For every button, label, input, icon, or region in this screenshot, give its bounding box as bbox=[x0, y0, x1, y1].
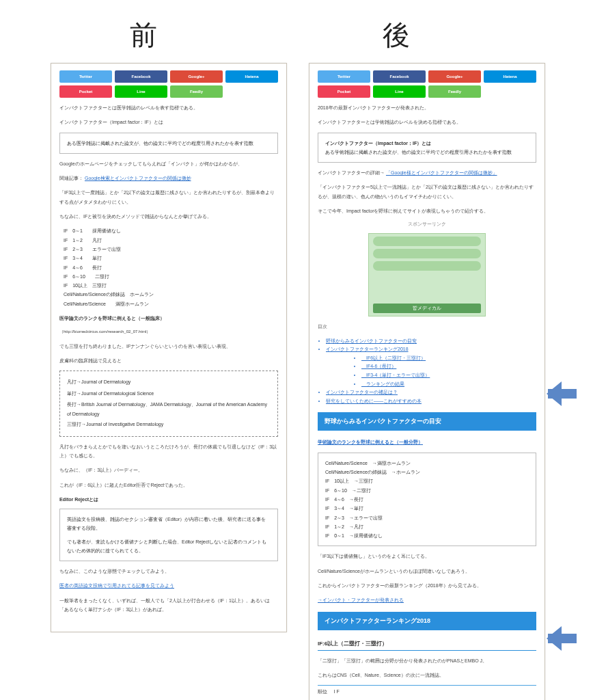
foot-text-1: ちなみに、このような形態でチェックしてみよう。 bbox=[59, 567, 278, 576]
intro-text-1: 2018年の最新インパクトファクターが発表された。 bbox=[318, 103, 536, 112]
skin-text: 皮膚科の臨床雑誌で見えると bbox=[59, 356, 278, 365]
baseball-bold: 医学論文のランクを野球に例えると（一般臨床） bbox=[59, 314, 278, 323]
rank-row: IF 1～2 →凡打 bbox=[325, 522, 529, 531]
next-text: これからインパクトファクターの最新ランキング（2018年）から見てみる。 bbox=[318, 581, 536, 590]
section-heading-2: インパクトファクターランキング2018 bbox=[318, 612, 536, 630]
toc-subitem[interactable]: ランキングの結果 bbox=[361, 380, 536, 389]
section-heading-1: 野球からみるインパクトファクターの目安 bbox=[318, 412, 536, 431]
toc-item[interactable]: インパクトファクターの補足は？ bbox=[326, 388, 536, 397]
before-panel: Twitter Facebook Google+ Hatena Pocket L… bbox=[51, 63, 287, 632]
if-text: 「IF3以上で一度雑誌」とか「2以下の論文は履歴に残さない」とか言われたりするが… bbox=[59, 188, 278, 206]
google-button[interactable]: Google+ bbox=[170, 70, 223, 83]
if-row: IF 6～10 二塁打 bbox=[64, 272, 278, 281]
label-after: 後 bbox=[383, 16, 410, 54]
sub-heading: IF:6以上（二塁打・三塁打） bbox=[318, 637, 536, 651]
toc-item[interactable]: インパクトファクターランキング2018 IF6以上（二塁打・三塁打） IF4-6… bbox=[326, 345, 536, 388]
rank-row: IF 3～4 →単打 bbox=[325, 504, 529, 513]
share-row-1: Twitter Facebook Google+ Hatena bbox=[59, 70, 278, 83]
after-panel: Twitter Facebook Google+ Hatena Pocket L… bbox=[309, 63, 545, 700]
note-2: Cell/Nature/Scienceがホームランというのもほぼ間違いなしであろ… bbox=[318, 567, 536, 576]
rank-row: IF 6～10 →二塁打 bbox=[325, 486, 529, 495]
intro-text-1: インパクトファクターとは医学雑誌のレベルを表す指標である。 bbox=[59, 103, 278, 112]
jid-text: ちなみに、（IF：3以上）バーディー。 bbox=[59, 466, 278, 474]
share-row-2: Pocket Line Feedly bbox=[318, 85, 536, 98]
line-button[interactable]: Line bbox=[115, 85, 167, 98]
journal-row: 単打→Journal of Dermatological Science bbox=[67, 388, 271, 400]
journal-row: 三塁打→Journal of Investigative Dermatology bbox=[67, 419, 271, 431]
so-text: そこで今年、Impact factorを野球に例えてサイトが表現しちゃうので紹介… bbox=[318, 206, 536, 215]
editor-reject-box: 英語論文を投稿後、雑誌のセクション審査省（Editor）が内容に着いた後、研究者… bbox=[59, 509, 278, 561]
toc-item[interactable]: 研究をしていくために――これがすすめの本 bbox=[326, 397, 536, 406]
toc-list: 野球からみるインパクトファクターの目安 インパクトファクターランキング2018 … bbox=[326, 337, 536, 406]
toc-subitem[interactable]: IF4-6（長打） bbox=[361, 362, 536, 371]
last-2: これらはCNS（Cell、Nature、Science）の次に一流雑誌。 bbox=[318, 671, 536, 679]
if-row: Cell/Nature/Scienceの姉妹誌 ホームラン bbox=[64, 290, 278, 299]
hatena-button[interactable]: Hatena bbox=[225, 70, 278, 83]
if-row: IF 1～2 凡打 bbox=[64, 236, 278, 245]
if-row: Cell/Nature/Science 満塁ホームラン bbox=[64, 299, 278, 308]
rank-caption: 学術論文のランクを野球に例えると（一般分野） bbox=[318, 438, 536, 446]
rank-row: Cell/Nature/Scienceの姉妹誌 →ホームラン bbox=[325, 468, 529, 476]
facebook-button[interactable]: Facebook bbox=[115, 70, 167, 83]
toc-subitem[interactable]: IF6以上（二塁打・三塁打） bbox=[361, 354, 536, 363]
intro-text-2: インパクトファクター（Impact factor：IF）とは bbox=[59, 118, 278, 126]
twitter-button[interactable]: Twitter bbox=[318, 70, 370, 83]
if-row: IF 2～3 エラーで出塁 bbox=[64, 245, 278, 254]
journal-row: 凡打→Journal of Dermatology bbox=[67, 377, 271, 388]
definition-box: インパクトファクター（Impact factor：IF）とは ある学術雑誌に掲載… bbox=[318, 133, 536, 163]
pocket-button[interactable]: Pocket bbox=[59, 85, 112, 98]
share-row-2: Pocket Line Feedly bbox=[59, 85, 278, 98]
pocket-button[interactable]: Pocket bbox=[318, 85, 370, 98]
hit2-text: 凡打をバラまらえとかでもを違いなおいうところだけろうが、長打の体裁でも引退しなけ… bbox=[59, 442, 278, 461]
line-button[interactable]: Line bbox=[373, 85, 426, 98]
foot-link[interactable]: 医者の英語論文投稿で引用されてる記事を見てみよう bbox=[59, 583, 174, 588]
if-row: IF 0～1 採用価値なし bbox=[64, 226, 278, 235]
if-text: 「インパクトファクター5以上で一流雑誌」とか「2以下の論文は履歴に残さない」とか… bbox=[318, 183, 536, 201]
toc-item[interactable]: 野球からみるインパクトファクターの目安 bbox=[326, 337, 536, 346]
rank-row: IF 0～1 →採用価値なし bbox=[325, 531, 529, 540]
table-header: 順位 I F bbox=[318, 685, 536, 695]
ad-label: 皆メディカル bbox=[373, 304, 481, 313]
if-row: IF 4～6 長打 bbox=[64, 263, 278, 272]
definition-box: ある医学雑誌に掲載された論文が、他の論文に平均でどの程度引用されたかを表す指数 bbox=[59, 133, 278, 154]
journal-box: 凡打→Journal of Dermatology 単打→Journal of … bbox=[59, 371, 278, 436]
next-link[interactable]: →インパクト・ファクターが発表される bbox=[318, 597, 404, 602]
intro-text-2: インパクトファクターとは学術雑誌のレベルを決める指標である。 bbox=[318, 118, 536, 126]
rank-row: Cell/Nature/Science →満塁ホームラン bbox=[325, 459, 529, 468]
feedly-button[interactable]: Feedly bbox=[170, 85, 223, 98]
if-row: IF 3～4 単打 bbox=[64, 254, 278, 262]
ad-banner[interactable]: 皆メディカル bbox=[368, 233, 486, 317]
rank-row: IF 2～3 →エラーで出塁 bbox=[325, 513, 529, 522]
related-link[interactable]: Google検索とインパクトファクターの関係は微妙 bbox=[85, 176, 191, 180]
note-1: 「IF3以下は価値無し」というのをよく耳にしてる。 bbox=[318, 552, 536, 561]
arrow-indicator-1 bbox=[548, 381, 592, 406]
google-text: Googleのホームページをチェックしてもらえれば「インパクト」が何かはわかるが… bbox=[59, 159, 278, 168]
source-url: （http://biomedcircus.com/research_02_07.… bbox=[59, 328, 278, 336]
rank-row: IF 10以上 →三塁打 bbox=[325, 476, 529, 485]
more-link[interactable]: 「Google様とインパクトファクターの関係は微妙」 bbox=[386, 170, 497, 175]
facebook-button[interactable]: Facebook bbox=[373, 70, 426, 83]
label-before: 前 bbox=[130, 16, 157, 54]
toc-subitem[interactable]: IF3-4（単打・エラーで出塁） bbox=[361, 371, 536, 380]
editor-reject-title: Editor Rejectとは bbox=[59, 496, 278, 503]
jid2-text: これが（IF：6以上）に超えたEditor拒否でRejectであった。 bbox=[59, 481, 278, 489]
last-1: 「二塁打」「三塁打」の範囲は分野が分かり発表されたのがPNASとEMBO J。 bbox=[318, 656, 536, 665]
hit-text: でも三塁を打ち終わりました。IFナンナンぐらいというのを言い表現しい表現、 bbox=[59, 342, 278, 351]
memo-text: ちなみに、IFと被引を決めたメソッドで雑誌からなんとか挙げてみる。 bbox=[59, 212, 278, 221]
toc-title: 目次 bbox=[318, 322, 536, 331]
more-row: インパクトファクターの詳細→ 「Google様とインパクトファクターの関係は微妙… bbox=[318, 168, 536, 177]
google-button[interactable]: Google+ bbox=[428, 70, 481, 83]
foot-text-2: 一般筆者をまったくなく、いずれば、一般人でも「2人以上が打合わせる（IF：1以上… bbox=[59, 596, 278, 615]
if-row: IF 10以上 三塁打 bbox=[64, 281, 278, 290]
hatena-button[interactable]: Hatena bbox=[484, 70, 536, 83]
share-row-1: Twitter Facebook Google+ Hatena bbox=[318, 70, 536, 83]
related-link-row: 関連記事： Google検索とインパクトファクターの関係は微妙 bbox=[59, 174, 278, 183]
twitter-button[interactable]: Twitter bbox=[59, 70, 112, 83]
arrow-indicator-2 bbox=[548, 626, 592, 651]
feedly-button[interactable]: Feedly bbox=[428, 85, 481, 98]
rank-row: IF 4～6 →長打 bbox=[325, 495, 529, 504]
journal-row: 長打→British Journal of Dermatology、JAMA D… bbox=[67, 400, 271, 419]
ad-caption: スポンサーリンク bbox=[318, 221, 536, 228]
rank-box: Cell/Nature/Science →満塁ホームラン Cell/Nature… bbox=[318, 453, 536, 547]
if-list: IF 0～1 採用価値なし IF 1～2 凡打 IF 2～3 エラーで出塁 IF… bbox=[64, 226, 278, 308]
